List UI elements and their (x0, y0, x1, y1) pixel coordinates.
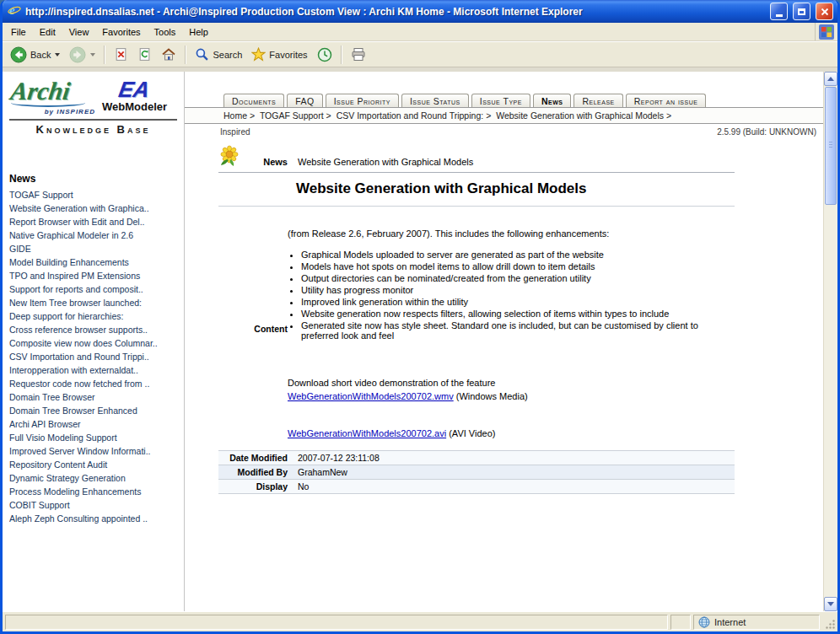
sidebar-item[interactable]: Native Graphical Modeler in 2.6 (9, 228, 180, 242)
content-intro: (from Release 2.6, February 2007). This … (288, 228, 724, 239)
breadcrumb-separator: > (483, 110, 493, 121)
breadcrumb-separator: > (247, 110, 257, 121)
sidebar-list: TOGAF Support Website Generation with Gr… (3, 188, 184, 525)
minimize-icon (776, 14, 783, 17)
print-button[interactable] (347, 45, 370, 64)
enhancement-item: Improved link generation within the util… (301, 297, 724, 307)
sidebar-item[interactable]: Requestor code now fetched from .. (9, 377, 180, 390)
breadcrumb-website-generation[interactable]: Website Generation with Graphical Models (496, 110, 664, 121)
favorites-button[interactable]: Favorites (247, 45, 311, 64)
ea-webmodeler-logo: EA WebModeler (102, 78, 167, 113)
toolbar-separator (104, 46, 105, 64)
sidebar-item[interactable]: Deep support for hierarchies: (9, 309, 180, 323)
enhancement-item: Models have hot spots on model items to … (301, 261, 724, 271)
sidebar-item[interactable]: Support for reports and composit.. (9, 282, 180, 296)
modified-by-row: Modified By GrahamNew (218, 465, 735, 480)
menu-tools[interactable]: Tools (148, 24, 183, 40)
refresh-icon (137, 47, 152, 62)
forward-button[interactable] (65, 44, 100, 66)
sidebar-item[interactable]: Archi API Browser (9, 417, 180, 431)
sidebar-item[interactable]: Report Browser with Edit and Del.. (9, 215, 180, 228)
sidebar-item[interactable]: Website Generation with Graphica.. (9, 201, 180, 215)
breadcrumb-csv-importation[interactable]: CSV Importation and Round Tripping: (337, 110, 484, 121)
sidebar-item[interactable]: Aleph Zeph Consulting appointed .. (9, 512, 180, 525)
menubar: File Edit View Favorites Tools Help (3, 23, 837, 41)
sidebar-item[interactable]: TPO and Inspired PM Extensions (9, 269, 180, 282)
tab-faq[interactable]: FAQ (287, 94, 323, 107)
tab-issue-priority[interactable]: Issue Priority (326, 94, 399, 107)
menu-view[interactable]: View (62, 24, 96, 40)
tab-issue-type[interactable]: Issue Type (471, 94, 530, 107)
avi-download-link[interactable]: WebGenerationWithModels200702.avi (288, 428, 446, 438)
sidebar-item[interactable]: Cross reference browser supports.. (9, 323, 180, 336)
breadcrumb-separator: > (664, 110, 674, 121)
sidebar-item[interactable]: CSV Importation and Round Trippi.. (9, 350, 180, 363)
sidebar-item[interactable]: Model Building Enhancements (9, 255, 180, 269)
back-button[interactable]: Back (6, 44, 64, 66)
sidebar-item[interactable]: COBIT Support (9, 498, 180, 512)
sidebar-item[interactable]: Domain Tree Browser Enhanced (9, 404, 180, 417)
home-button[interactable] (157, 45, 180, 64)
stop-button[interactable] (110, 45, 132, 64)
enhancement-item: Generated site now has style sheet. Stan… (301, 320, 724, 341)
ea-logo-text: EA (117, 78, 152, 100)
tab-release[interactable]: Release (573, 94, 622, 107)
menu-help[interactable]: Help (182, 24, 215, 40)
tab-issue-status[interactable]: Issue Status (401, 94, 469, 107)
sidebar-item[interactable]: GIDE (9, 242, 180, 255)
knowledge-base-label: Knowledge Base (3, 122, 184, 137)
version-text: 2.5.99 (Build: UNKNOWN) (717, 127, 816, 137)
menu-favorites[interactable]: Favorites (95, 24, 147, 40)
menu-edit[interactable]: Edit (33, 24, 62, 40)
back-dropdown-caret (55, 53, 60, 56)
scroll-track[interactable] (824, 86, 837, 597)
content-body: (from Release 2.6, February 2007). This … (288, 207, 735, 450)
forward-dropdown-caret (90, 53, 95, 56)
sidebar-item[interactable]: Interopperation with externaldat.. (9, 363, 180, 377)
statusbar: Internet (3, 611, 837, 631)
minimize-button[interactable] (770, 3, 788, 20)
enhancements-list: Graphical Models uploaded to server are … (288, 250, 724, 341)
sidebar-item[interactable]: Repository Content Audit (9, 458, 180, 471)
breadcrumb-home[interactable]: Home (223, 110, 247, 121)
refresh-button[interactable] (133, 45, 156, 64)
maximize-button[interactable] (793, 3, 810, 20)
enhancement-item: Website generation now respects filters,… (301, 309, 724, 319)
sidebar-item[interactable]: New Item Tree browser launched: (9, 296, 180, 309)
sidebar-item[interactable]: Process Modeling Enhancements (9, 485, 180, 498)
close-button[interactable] (816, 3, 833, 20)
scroll-up-icon (827, 77, 834, 81)
modified-by-value: GrahamNew (288, 465, 735, 479)
scroll-down-button[interactable] (824, 597, 837, 611)
enhancement-item: Output directories can be nominated/crea… (301, 273, 724, 283)
main-area: Documents FAQ Issue Priority Issue Statu… (185, 72, 823, 611)
sidebar-item[interactable]: Composite view now does Columnar.. (9, 336, 180, 350)
tab-report-an-issue[interactable]: Report an issue (626, 94, 707, 107)
ie-logo-icon: e (8, 3, 21, 20)
sidebar-item[interactable]: Domain Tree Browser (9, 390, 180, 404)
search-button[interactable]: Search (191, 45, 246, 64)
logo-row: Archi by INSPIRED EA WebModeler (3, 77, 184, 116)
titlebar[interactable]: e http://inspired.dnsalias.net - Archi@I… (3, 0, 837, 23)
sidebar-item[interactable]: Improved Server Window Informati.. (9, 444, 180, 458)
wmv-link-suffix: (Windows Media) (456, 391, 528, 401)
enhancement-item: Graphical Models uploaded to server are … (301, 250, 724, 260)
sidebar-item[interactable]: Dynamic Strategy Generation (9, 471, 180, 485)
page-title: Website Generation with Graphical Models (288, 173, 735, 206)
menu-file[interactable]: File (4, 24, 33, 40)
scroll-thumb[interactable] (825, 87, 837, 205)
stop-icon (114, 47, 128, 62)
sidebar-item[interactable]: Full Visio Modeling Support (9, 431, 180, 444)
empty-label-cell (218, 173, 288, 206)
scroll-down-icon (827, 602, 834, 606)
scroll-up-button[interactable] (824, 72, 837, 86)
history-button[interactable] (313, 45, 337, 65)
breadcrumb-togaf-support[interactable]: TOGAF Support (260, 110, 324, 121)
tab-documents[interactable]: Documents (223, 94, 284, 107)
resize-grip[interactable] (822, 615, 836, 630)
tab-news[interactable]: News (533, 94, 572, 107)
sidebar-item[interactable]: TOGAF Support (9, 188, 180, 201)
internet-globe-icon (698, 616, 710, 628)
toolbar-separator (185, 46, 186, 64)
wmv-download-link[interactable]: WebGenerationWithModels200702.wmv (288, 391, 454, 401)
